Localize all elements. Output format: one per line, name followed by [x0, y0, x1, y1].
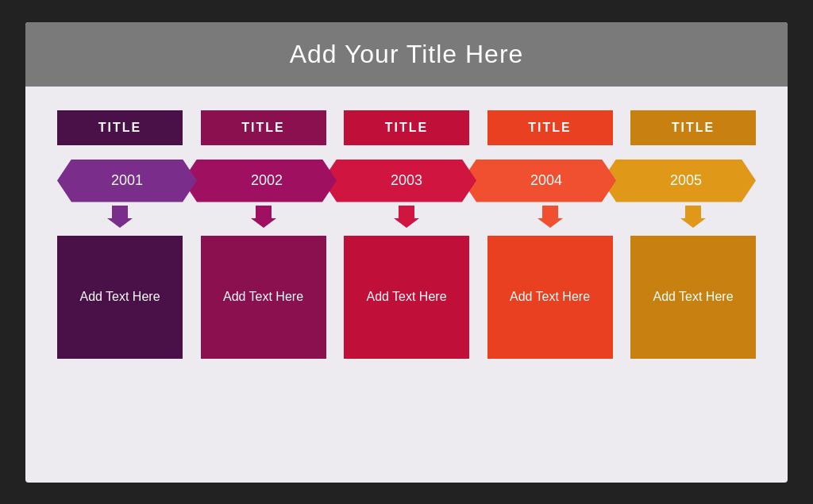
title-box-2: TITLE [201, 110, 326, 145]
slide-content: TITLETITLETITLETITLETITLE 20012002200320… [25, 87, 788, 483]
title-box-3: TITLE [344, 110, 469, 145]
boxes-row: Add Text HereAdd Text HereAdd Text HereA… [57, 236, 756, 359]
text-box-5[interactable]: Add Text Here [630, 236, 756, 359]
text-box-4[interactable]: Add Text Here [487, 236, 613, 359]
down-arrow-5 [630, 206, 756, 228]
svg-marker-2 [394, 206, 419, 228]
svg-marker-0 [107, 206, 133, 228]
timeline-segment-5: 2005 [602, 160, 756, 202]
down-arrow-3 [344, 206, 469, 228]
down-arrow-4 [487, 206, 613, 228]
timeline-segment-4: 2004 [462, 160, 616, 202]
title-box-1: TITLE [57, 110, 183, 145]
down-arrow-2 [201, 206, 326, 228]
text-box-3[interactable]: Add Text Here [344, 236, 469, 359]
svg-marker-3 [538, 206, 563, 228]
svg-marker-1 [251, 206, 276, 228]
timeline-segment-3: 2003 [322, 160, 476, 202]
timeline-segment-1: 2001 [57, 160, 197, 202]
title-box-5: TITLE [630, 110, 756, 145]
timeline-row: 20012002200320042005 [57, 160, 756, 202]
text-box-1[interactable]: Add Text Here [57, 236, 183, 359]
slide-header: Add Your Title Here [25, 22, 788, 87]
svg-marker-4 [680, 206, 706, 228]
arrows-row [57, 206, 756, 228]
timeline-segment-2: 2002 [183, 160, 337, 202]
down-arrow-1 [57, 206, 183, 228]
text-box-2[interactable]: Add Text Here [201, 236, 326, 359]
slide-title: Add Your Title Here [290, 40, 524, 68]
slide: Add Your Title Here TITLETITLETITLETITLE… [25, 22, 788, 483]
titles-row: TITLETITLETITLETITLETITLE [57, 110, 756, 145]
title-box-4: TITLE [487, 110, 613, 145]
